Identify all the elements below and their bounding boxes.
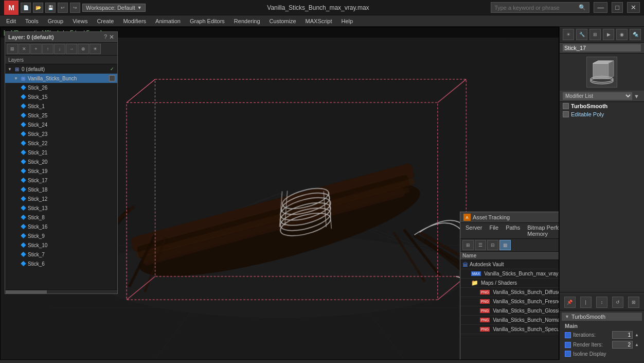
maximize-button[interactable]: □	[612, 2, 623, 13]
list-item[interactable]: 🔷 Stick_19	[5, 166, 117, 176]
layer-box[interactable]	[109, 75, 115, 81]
asset-row[interactable]: PNG Vanilla_Sticks_Bunch_Normal.png Foun…	[460, 316, 559, 325]
list-item[interactable]: 🔷 Stick_9	[5, 231, 117, 240]
asset-menu-file[interactable]: File	[486, 224, 502, 237]
asset-row[interactable]: PNG Vanilla_Sticks_Bunch_Diffuse.png Fou…	[460, 288, 559, 297]
asset-row[interactable]: 🏛 Autodesk Vault Logged O	[460, 260, 559, 269]
list-item[interactable]: 🔷 Stick_20	[5, 157, 117, 166]
menu-group[interactable]: Group	[44, 17, 68, 25]
menu-animation[interactable]: Animation	[151, 17, 185, 25]
workspace-dropdown-icon[interactable]: ▼	[137, 5, 142, 10]
asset-row[interactable]: PNG Vanilla_Sticks_Bunch_Glossiness.png …	[460, 306, 559, 316]
scrollbar-thumb[interactable]	[6, 290, 47, 293]
layer-tool-2[interactable]: ✕	[19, 44, 30, 54]
list-item[interactable]: 🔷 Stick_10	[5, 240, 117, 250]
prop-render-input[interactable]	[612, 341, 633, 349]
menu-rendering[interactable]: Rendering	[230, 17, 264, 25]
menu-modifiers[interactable]: Modifiers	[119, 17, 150, 25]
list-item[interactable]: 🔷 Stick_15	[5, 92, 117, 101]
asset-menu-bitmap[interactable]: Bitmap Performance and Memory	[524, 224, 559, 237]
new-btn[interactable]: 📄	[21, 3, 31, 13]
prop-render-checkbox[interactable]	[565, 342, 571, 348]
r-icon-sun[interactable]: ☀	[563, 29, 574, 40]
menu-graph-editors[interactable]: Graph Editors	[186, 17, 229, 25]
layer-tool-3[interactable]: +	[30, 44, 42, 54]
modifier-dropdown[interactable]: Modifier List	[563, 92, 632, 100]
layer-tool-4[interactable]: ↑	[42, 44, 53, 54]
r-icon-hier[interactable]: ⊞	[589, 29, 601, 40]
asset-row[interactable]: 📁 Maps / Shaders	[460, 279, 559, 288]
list-item[interactable]: ▼ ⊞ 0 (default) ✓	[5, 64, 117, 74]
menu-customize[interactable]: Customize	[265, 17, 300, 25]
modifier-item-turbosmooth[interactable]: TurboSmooth	[560, 102, 644, 110]
r-icon-scale[interactable]: ⊠	[628, 297, 639, 308]
layer-close-btn[interactable]: ✕	[109, 33, 114, 41]
r-icon-pin[interactable]: 📌	[564, 297, 576, 308]
menu-maxscript[interactable]: MAXScript	[301, 17, 336, 25]
list-item[interactable]: 🔷 Stick_7	[5, 250, 117, 259]
close-button[interactable]: ✕	[627, 2, 640, 13]
menu-tools[interactable]: Tools	[21, 17, 43, 25]
list-item[interactable]: 🔷 Stick_26	[5, 83, 117, 92]
list-item[interactable]: 🔷 Stick_25	[5, 111, 117, 120]
spinner-up[interactable]: ▲	[635, 333, 639, 337]
save-btn[interactable]: 💾	[45, 3, 56, 13]
obj-name-input[interactable]	[563, 44, 641, 51]
r-icon-utils[interactable]: 🔩	[630, 29, 641, 40]
layer-tool-7[interactable]: ⊕	[78, 44, 89, 54]
asset-menu-server[interactable]: Server	[462, 224, 485, 237]
menu-help[interactable]: Help	[337, 17, 357, 25]
list-item[interactable]: 🔷 Stick_23	[5, 129, 117, 139]
layer-tool-5[interactable]: ↓	[54, 44, 65, 54]
asset-menu-paths[interactable]: Paths	[503, 224, 523, 237]
list-item[interactable]: 🔷 Stick_18	[5, 185, 117, 194]
redo-btn[interactable]: ↪	[70, 3, 80, 13]
asset-row[interactable]: PNG Vanilla_Sticks_Bunch_Specular.png Fo…	[460, 325, 559, 334]
layer-tool-1[interactable]: ⊞	[7, 44, 18, 54]
asset-row[interactable]: PNG Vanilla_Sticks_Bunch_Fresnel.png Fou…	[460, 297, 559, 306]
menu-views[interactable]: Views	[68, 17, 92, 25]
menu-create[interactable]: Create	[93, 17, 118, 25]
asset-table-body[interactable]: 🏛 Autodesk Vault Logged O MAX Vanilla_St…	[460, 260, 559, 360]
asset-tool-3[interactable]: ⊟	[487, 240, 498, 250]
modifier-checkbox[interactable]	[563, 103, 569, 109]
layer-tool-6[interactable]: →	[66, 44, 77, 54]
r-icon-move[interactable]: ↕	[596, 297, 607, 308]
list-item[interactable]: 🔷 Stick_1	[5, 101, 117, 111]
list-item[interactable]: 🔷 Stick_13	[5, 203, 117, 213]
prop-iterations-input[interactable]	[612, 331, 633, 339]
r-icon-bar[interactable]: |	[580, 297, 592, 308]
undo-btn[interactable]: ↩	[58, 3, 68, 13]
viewport[interactable]: [ + ] [Perspective] [Shaded + Edged Face…	[0, 27, 559, 360]
search-icon[interactable]: 🔍	[579, 4, 586, 11]
list-item[interactable]: ▼ ⊞ Vanilla_Sticks_Bunch	[5, 74, 117, 83]
list-item[interactable]: 🔷 Stick_24	[5, 120, 117, 129]
open-btn[interactable]: 📂	[33, 3, 43, 13]
spinner-up-2[interactable]: ▲	[635, 342, 639, 347]
modifier-item-editable-poly[interactable]: Editable Poly	[560, 110, 644, 118]
layer-scrollbar[interactable]	[5, 289, 117, 293]
layer-help-btn[interactable]: ?	[104, 33, 107, 41]
asset-row[interactable]: MAX Vanilla_Sticks_Bunch_max_vray.max Ne…	[460, 269, 559, 279]
modifier-checkbox[interactable]	[563, 111, 569, 117]
r-icon-modify[interactable]: 🔧	[576, 29, 587, 40]
expand-icon[interactable]: ▼	[13, 76, 19, 81]
layer-list[interactable]: ▼ ⊞ 0 (default) ✓ ▼ ⊞ Vanilla_Sticks_Bun…	[5, 64, 117, 289]
list-item[interactable]: 🔷 Stick_21	[5, 148, 117, 157]
prop-isoline-checkbox[interactable]	[565, 351, 571, 357]
list-item[interactable]: 🔷 Stick_8	[5, 213, 117, 222]
asset-tool-1[interactable]: ⊞	[462, 240, 474, 250]
asset-tool-4[interactable]: ▦	[499, 240, 511, 250]
search-input[interactable]	[494, 5, 577, 11]
list-item[interactable]: 🔷 Stick_12	[5, 194, 117, 203]
menu-edit[interactable]: Edit	[2, 17, 20, 25]
list-item[interactable]: 🔷 Stick_16	[5, 222, 117, 231]
list-item[interactable]: 🔷 Stick_22	[5, 139, 117, 148]
minimize-button[interactable]: —	[594, 2, 607, 13]
r-icon-display[interactable]: ◉	[616, 29, 628, 40]
list-item[interactable]: 🔷 Stick_17	[5, 176, 117, 185]
search-box[interactable]: 🔍	[491, 2, 589, 13]
modifier-dropdown-arrow[interactable]: ▼	[632, 93, 641, 99]
list-item[interactable]: 🔷 Stick_6	[5, 259, 117, 268]
prop-iterations-checkbox[interactable]	[565, 332, 571, 338]
